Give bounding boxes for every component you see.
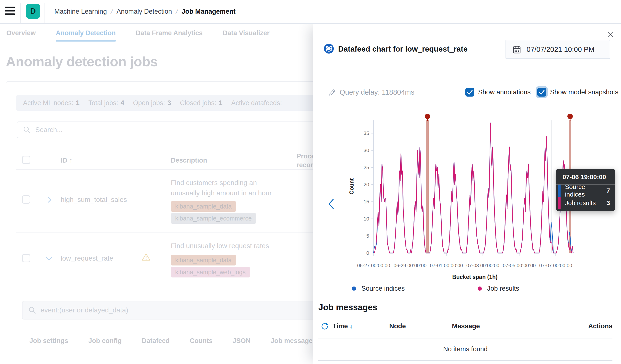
nav-divider [20, 3, 20, 24]
table-divider [318, 360, 612, 361]
datafeed-ring-icon [324, 43, 334, 54]
search-icon [23, 126, 31, 134]
legend-item-job-results[interactable]: Job results [478, 285, 519, 292]
detail-tab-counts[interactable]: Counts [190, 337, 213, 345]
svg-text:20: 20 [363, 182, 369, 187]
column-header-description: Description [171, 157, 207, 164]
chevron-left-icon[interactable] [327, 197, 337, 211]
tooltip-row: Source indices7 [556, 184, 615, 197]
breadcrumb-machine-learning[interactable]: Machine Learning [54, 8, 107, 16]
tooltip-row: Job results3 [556, 197, 615, 209]
tooltip-series-swatch [558, 197, 561, 209]
chevron-down-icon[interactable] [45, 254, 53, 262]
job-messages-table: Time ↓ Node Message Actions No items fou… [318, 320, 612, 362]
series-line-job-results [374, 123, 573, 253]
svg-text:Bucket span (1h): Bucket span (1h) [452, 274, 498, 280]
flyout-divider [313, 76, 621, 76]
svg-text:06-27 00:00:00: 06-27 00:00:00 [357, 263, 390, 268]
row-checkbox[interactable] [22, 254, 30, 262]
svg-text:Count: Count [348, 178, 355, 195]
detail-tab-job-config[interactable]: Job config [88, 337, 122, 345]
page-title: Anomaly detection jobs [6, 53, 158, 69]
column-header-time[interactable]: Time ↓ [332, 322, 353, 330]
show-annotations-checkbox[interactable]: Show annotations [466, 88, 531, 97]
job-description: Find customers spending an unusually hig… [171, 178, 286, 198]
annotation-marker-icon[interactable] [568, 114, 573, 119]
breadcrumb-job-management: Job Management [182, 8, 236, 16]
sort-desc-icon: ↓ [350, 322, 353, 330]
datafeed-chart[interactable]: 0510152025303506-27 00:00:0006-29 00:00:… [348, 113, 583, 283]
stat-item: Active ML nodes:1 [23, 99, 80, 107]
job-tag: kibana_sample_data [171, 255, 236, 265]
space-avatar[interactable]: D [26, 4, 40, 19]
stat-item: Open jobs:3 [133, 99, 171, 107]
column-header-id[interactable]: ID↑ [61, 157, 73, 164]
svg-text:10: 10 [363, 216, 369, 221]
tab-overview[interactable]: Overview [6, 24, 36, 42]
datafeed-chart-flyout: Datafeed chart for low_request_rate 07/0… [313, 24, 621, 364]
column-header-node: Node [389, 322, 406, 330]
main-tabs: OverviewAnomaly DetectionData Frame Anal… [6, 24, 270, 42]
breadcrumb-anomaly-detection[interactable]: Anomaly Detection [117, 8, 172, 16]
checkbox-label: Show annotations [478, 88, 531, 96]
svg-text:0: 0 [366, 250, 369, 256]
svg-text:07-01 00:00:00: 07-01 00:00:00 [430, 263, 463, 268]
tab-anomaly-detection[interactable]: Anomaly Detection [56, 24, 116, 42]
job-tag: kibana_sample_ecommerce [171, 213, 256, 224]
svg-text:5: 5 [366, 233, 369, 239]
query-delay: Query delay: 118804ms [328, 88, 414, 96]
kibana-ml-app: D Machine Learning/Anomaly Detection/Job… [0, 0, 621, 364]
legend-dot-icon [478, 286, 482, 291]
warning-icon [141, 252, 151, 262]
pencil-icon[interactable] [328, 88, 336, 96]
stat-item: Active datafeeds: [231, 99, 284, 107]
calendar-icon [512, 45, 521, 54]
breadcrumb: Machine Learning/Anomaly Detection/Job M… [54, 0, 236, 23]
checkbox-checked-icon[interactable] [466, 88, 474, 97]
svg-text:35: 35 [363, 130, 369, 136]
tooltip-series-value: 7 [606, 187, 610, 195]
refresh-icon[interactable] [321, 322, 328, 330]
tooltip-series-label: Job results [565, 199, 606, 207]
menu-hamburger-icon[interactable] [5, 7, 16, 17]
flyout-title: Datafeed chart for low_request_rate [338, 45, 467, 53]
svg-text:07-05 00:00:00: 07-05 00:00:00 [503, 263, 536, 268]
job-tag: kibana_sample_web_logs [171, 267, 250, 278]
select-all-checkbox[interactable] [22, 156, 30, 164]
breadcrumb-separator: / [175, 8, 179, 16]
legend-item-source-indices[interactable]: Source indices [352, 285, 405, 292]
svg-text:30: 30 [363, 148, 369, 153]
sort-asc-icon: ↑ [69, 157, 73, 164]
legend-label: Source indices [362, 285, 405, 292]
show-model-snapshots-checkbox[interactable]: Show model snapshots [537, 88, 618, 97]
tooltip-series-swatch [558, 184, 561, 197]
datepicker-value: 07/07/2021 10:00 PM [527, 46, 594, 53]
svg-text:15: 15 [363, 199, 369, 204]
detail-tab-job-messages[interactable]: Job messages [271, 337, 316, 345]
tab-data-visualizer[interactable]: Data Visualizer [223, 24, 270, 42]
column-header-message: Message [452, 322, 480, 330]
svg-text:25: 25 [363, 165, 369, 170]
breadcrumb-separator: / [110, 8, 113, 16]
datepicker-input[interactable]: 07/07/2021 10:00 PM [505, 40, 610, 59]
jobs-search-placeholder: Search... [35, 126, 63, 134]
empty-table-message: No items found [318, 346, 612, 353]
row-checkbox[interactable] [22, 195, 30, 204]
job-id[interactable]: high_sum_total_sales [61, 196, 127, 204]
annotation-marker-icon[interactable] [425, 114, 430, 119]
svg-text:06-29 00:00:00: 06-29 00:00:00 [394, 263, 427, 268]
chevron-right-icon[interactable] [46, 196, 53, 204]
tab-data-frame-analytics[interactable]: Data Frame Analytics [136, 24, 203, 42]
svg-text:07-03 00:00:00: 07-03 00:00:00 [466, 263, 500, 268]
svg-text:07-07 00:00:00: 07-07 00:00:00 [539, 263, 572, 268]
tooltip-series-value: 3 [606, 199, 610, 207]
close-icon[interactable] [606, 30, 615, 39]
job-id[interactable]: low_request_rate [61, 254, 113, 262]
detail-tab-job-settings[interactable]: Job settings [29, 337, 68, 345]
tooltip-title: 07-06 19:00:00 [556, 169, 615, 184]
checkbox-label: Show model snapshots [550, 88, 618, 96]
detail-tab-datafeed[interactable]: Datafeed [142, 337, 170, 345]
detail-tab-json[interactable]: JSON [233, 337, 251, 345]
checkbox-checked-icon[interactable] [537, 88, 546, 97]
annotation-band[interactable] [426, 120, 429, 253]
